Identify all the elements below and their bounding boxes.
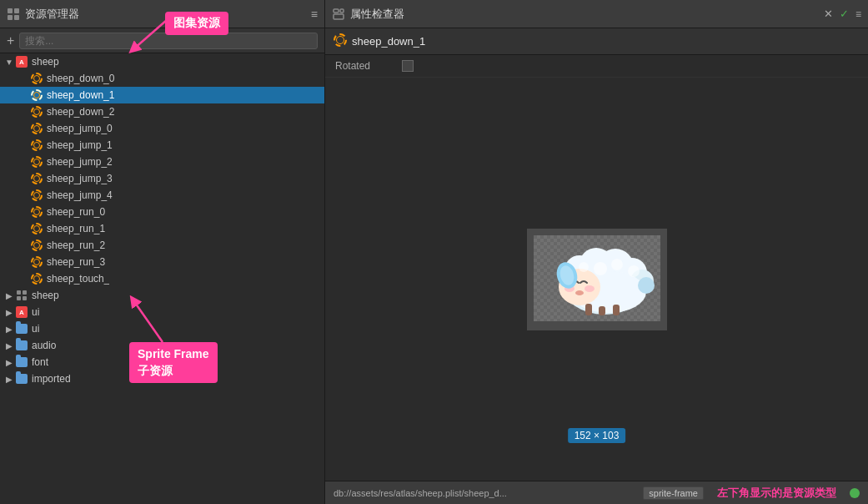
tree-item-sheep-group[interactable]: ▼ A sheep xyxy=(0,53,324,70)
svg-point-35 xyxy=(594,262,607,275)
close-button[interactable]: ✕ xyxy=(824,8,833,20)
tree-item-sheep_down_2[interactable]: sheep_down_2 xyxy=(0,103,324,120)
tree-label: sheep_run_0 xyxy=(47,206,105,218)
folder-icon-ui2 xyxy=(15,322,28,335)
sprite-frame-icon xyxy=(30,205,43,219)
left-panel-header: 资源管理器 ≡ xyxy=(0,0,324,28)
svg-rect-4 xyxy=(17,290,21,295)
svg-point-28 xyxy=(575,290,584,295)
tree-item-sheep_down_1[interactable]: sheep_down_1 xyxy=(0,87,324,103)
file-path: db://assets/res/atlas/sheep.plist/sheep_… xyxy=(334,488,630,498)
selected-item-header: sheep_down_1 xyxy=(325,28,868,55)
sprite-frame-icon xyxy=(30,105,43,118)
svg-rect-3 xyxy=(14,15,19,20)
tree-label: sheep_run_3 xyxy=(47,256,105,268)
sprite-frame-icon xyxy=(30,139,43,152)
svg-rect-0 xyxy=(8,8,13,13)
tree-item-sheep_touch[interactable]: sheep_touch_ xyxy=(0,270,324,287)
panel-icon xyxy=(7,8,20,21)
tree-label: sheep_touch_ xyxy=(47,273,109,285)
tree-item-sheep_run_3[interactable]: sheep_run_3 xyxy=(0,254,324,270)
sprite-frame-icon xyxy=(30,122,43,135)
bottom-bar: db://assets/res/atlas/sheep.plist/sheep_… xyxy=(325,481,868,504)
preview-container xyxy=(527,229,667,330)
sprite-frame-icon xyxy=(30,239,43,252)
grid-icon xyxy=(15,289,28,302)
tree-item-sheep_down_0[interactable]: sheep_down_0 xyxy=(0,70,324,87)
tree-item-ui1[interactable]: ▶ A ui xyxy=(0,304,324,320)
svg-point-27 xyxy=(585,285,595,292)
right-panel: 属性检查器 ✕ ✓ ≡ sheep_down_1 Rotated xyxy=(325,0,868,504)
arrow-icon: ▶ xyxy=(3,308,15,317)
svg-rect-2 xyxy=(8,15,13,20)
tree-label-imported: imported xyxy=(32,373,71,385)
tree-item-sheep2[interactable]: ▶ sheep xyxy=(0,287,324,304)
tree-item-sheep_run_0[interactable]: sheep_run_0 xyxy=(0,204,324,220)
sprite-frame-icon xyxy=(30,255,43,269)
tree-item-sheep_jump_0[interactable]: sheep_jump_0 xyxy=(0,120,324,137)
folder-icon-audio xyxy=(15,339,28,352)
selected-item-icon xyxy=(334,33,347,49)
left-panel-menu[interactable]: ≡ xyxy=(311,8,318,21)
search-input[interactable] xyxy=(19,33,318,49)
svg-point-32 xyxy=(638,277,655,294)
rotated-checkbox[interactable] xyxy=(402,60,414,72)
svg-point-36 xyxy=(611,259,623,270)
atlas-icon: A xyxy=(15,55,28,68)
sprite-frame-icon xyxy=(30,88,43,102)
svg-point-38 xyxy=(579,262,589,272)
tree-item-sheep_jump_4[interactable]: sheep_jump_4 xyxy=(0,187,324,204)
svg-rect-6 xyxy=(17,296,21,300)
tree-label-font: font xyxy=(32,356,48,368)
left-toolbar: + xyxy=(0,28,324,53)
folder-icon-imported xyxy=(15,372,28,386)
sprite-frame-icon xyxy=(30,72,43,85)
tree-label: sheep_run_1 xyxy=(47,223,105,234)
svg-rect-12 xyxy=(340,9,344,13)
prop-label-rotated: Rotated xyxy=(335,60,402,72)
tree-item-sheep_jump_2[interactable]: sheep_jump_2 xyxy=(0,154,324,170)
right-panel-icon xyxy=(332,8,345,21)
folder-icon-font xyxy=(15,355,28,369)
add-button[interactable]: + xyxy=(7,34,14,48)
tree-label: sheep_jump_1 xyxy=(47,139,113,151)
tree-item-font[interactable]: ▶ font xyxy=(0,354,324,370)
svg-rect-30 xyxy=(599,306,605,315)
svg-rect-5 xyxy=(23,290,27,295)
bottom-annotation: 左下角显示的是资源类型 xyxy=(717,486,836,501)
tree-label: ui xyxy=(32,323,39,335)
left-panel: 资源管理器 ≡ + ▼ A sheep sheep_down_ xyxy=(0,0,325,504)
tree-item-sheep_jump_1[interactable]: sheep_jump_1 xyxy=(0,137,324,154)
arrow-icon: ▶ xyxy=(3,375,15,384)
tree-label: ui xyxy=(32,306,39,318)
tree-item-audio[interactable]: ▶ audio xyxy=(0,337,324,354)
tree-label: sheep_down_0 xyxy=(47,73,114,84)
tree-label: sheep_jump_3 xyxy=(47,173,113,184)
preview-area: 152 × 103 xyxy=(325,78,868,481)
tree-label: sheep_down_1 xyxy=(47,89,114,101)
tree-label: sheep xyxy=(32,290,59,301)
tree-label: sheep_jump_2 xyxy=(47,156,113,168)
tree-item-sheep_jump_3[interactable]: sheep_jump_3 xyxy=(0,170,324,187)
svg-rect-11 xyxy=(334,14,344,19)
right-panel-menu[interactable]: ≡ xyxy=(855,8,861,20)
svg-point-37 xyxy=(628,265,640,277)
status-dot xyxy=(850,488,860,498)
property-rotated: Rotated xyxy=(325,55,868,78)
arrow-icon: ▶ xyxy=(3,341,15,350)
tree-label: sheep_run_2 xyxy=(47,239,105,251)
tree-label-audio: audio xyxy=(32,340,56,351)
left-panel-title: 资源管理器 xyxy=(25,7,311,22)
sprite-frame-icon xyxy=(30,272,43,285)
tree-item-sheep_run_1[interactable]: sheep_run_1 xyxy=(0,220,324,237)
right-panel-header: 属性检查器 ✕ ✓ ≡ xyxy=(325,0,868,28)
sprite-frame-icon xyxy=(30,189,43,202)
confirm-button[interactable]: ✓ xyxy=(840,8,849,20)
tree-item-imported[interactable]: ▶ imported xyxy=(0,370,324,387)
tree-item-ui2[interactable]: ▶ ui xyxy=(0,320,324,337)
tree-item-sheep_run_2[interactable]: sheep_run_2 xyxy=(0,237,324,254)
tree-label: sheep_jump_0 xyxy=(47,123,113,134)
sprite-frame-icon xyxy=(30,222,43,235)
svg-rect-1 xyxy=(14,8,19,13)
sprite-frame-icon xyxy=(30,172,43,185)
